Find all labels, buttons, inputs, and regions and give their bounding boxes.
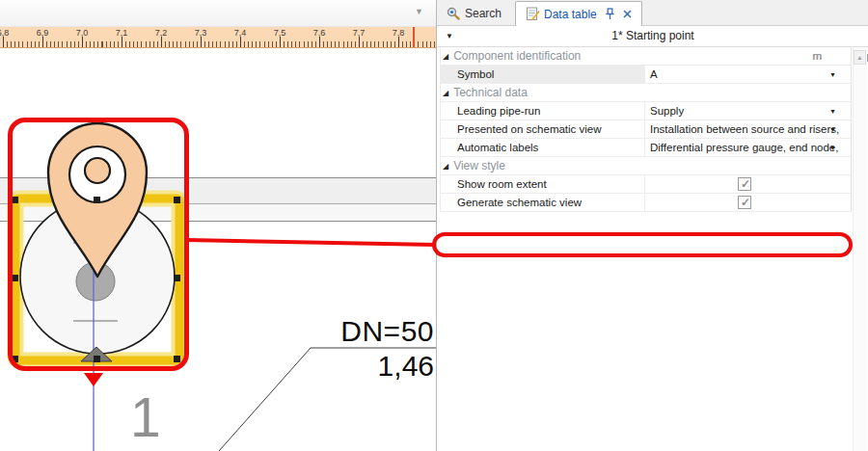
ruler-major-ticks (3, 37, 436, 47)
section-expander-icon[interactable]: ◢ (443, 162, 448, 171)
chevron-down-icon[interactable]: ▼ (415, 7, 423, 16)
checkmark-icon: ✓ (741, 175, 750, 193)
ruler-label: 7,0 (76, 28, 89, 38)
ruler-label: 7,8 (393, 28, 405, 38)
property-row-leading-pipe-run[interactable]: Leading pipe-runSupply▼ (441, 102, 851, 120)
checkmark-icon: ✓ (741, 194, 750, 211)
section-label: Component identification (453, 49, 581, 63)
section-header-technical-data[interactable]: ◢Technical data (441, 84, 851, 102)
selected-component-title: 1* Starting point (611, 29, 693, 42)
pipe-length-label: 1,46 (309, 350, 434, 383)
ruler-label: 7,6 (313, 28, 326, 38)
ruler-label: 7,2 (155, 28, 168, 38)
annotation-box-show-room-extent (432, 232, 853, 257)
horizontal-ruler: 6,86,97,07,17,27,37,47,57,67,77,8 (0, 26, 436, 48)
property-value[interactable]: Supply (646, 102, 851, 119)
close-icon[interactable] (623, 10, 632, 18)
data-table-icon (526, 7, 539, 21)
property-row-presented-on-schematic-view[interactable]: Presented on schematic viewInstallation … (441, 120, 851, 139)
section-header-view-style[interactable]: ◢View style (441, 157, 851, 175)
property-grid: ◢Component identificationSymbolA▼◢Techni… (440, 47, 852, 212)
data-table-panel: Search Data table (436, 0, 868, 451)
ruler-label: 6,8 (0, 28, 9, 38)
pipe-diameter-label: DN=50 (309, 315, 434, 348)
property-row-show-room-extent[interactable]: Show room extent✓ (441, 175, 851, 194)
property-value[interactable]: A (646, 66, 851, 83)
property-value[interactable]: Installation between source and risers, (646, 120, 851, 138)
dropdown-arrow-icon[interactable]: ▼ (829, 66, 836, 84)
property-label: Leading pipe-run (441, 102, 645, 119)
header-dropdown-icon[interactable]: ▼ (446, 26, 453, 46)
property-label: Generate schematic view (441, 194, 645, 211)
scrollbar-up-button[interactable]: ▲ (854, 50, 866, 65)
unit-label: m (812, 47, 822, 65)
property-label: Presented on schematic view (441, 120, 645, 138)
tab-data-table-label: Data table (544, 8, 597, 21)
property-label: Automatic labels (441, 139, 645, 156)
tab-data-table[interactable]: Data table (515, 1, 642, 26)
checkbox-show-room-extent[interactable]: ✓ (738, 177, 751, 191)
tab-search-label: Search (465, 7, 502, 20)
tab-search[interactable]: Search (437, 2, 511, 25)
property-label: Symbol (441, 66, 645, 83)
search-icon (447, 7, 460, 20)
dropdown-arrow-icon[interactable]: ▼ (829, 139, 836, 157)
ruler-label: 6,9 (37, 28, 49, 38)
section-expander-icon[interactable]: ◢ (443, 89, 448, 97)
section-expander-icon[interactable]: ◢ (443, 52, 448, 61)
dropdown-arrow-icon[interactable]: ▼ (829, 120, 836, 139)
section-label: View style (453, 159, 505, 172)
ruler-label: 7,7 (353, 28, 366, 38)
property-label: Show room extent (441, 175, 645, 193)
dimension-leader-diagonal (219, 348, 311, 451)
property-row-symbol[interactable]: SymbolA▼ (441, 66, 851, 84)
ruler-label: 7,1 (116, 28, 128, 38)
room-number-label: 1 (130, 390, 161, 445)
property-row-automatic-labels[interactable]: Automatic labelsDifferential pressure ga… (441, 139, 851, 157)
dropdown-arrow-icon[interactable]: ▼ (829, 102, 836, 120)
application-window: ▼ 6,86,97,07,17,27,37,47,57,67,77,8 (0, 0, 868, 451)
pin-icon[interactable] (605, 8, 615, 20)
annotation-box-symbol (8, 118, 189, 371)
ruler-label: 7,5 (274, 28, 286, 38)
ruler-cursor (413, 27, 415, 48)
canvas-toolbar: ▼ (0, 0, 436, 26)
panel-tab-bar: Search Data table (437, 0, 868, 26)
section-header-component-identification[interactable]: ◢Component identification (441, 47, 851, 66)
ruler-label: 7,4 (234, 28, 247, 38)
property-value[interactable]: Differential pressure gauge, end node, (646, 139, 851, 156)
panel-scrollbar[interactable]: ▲ (853, 47, 867, 451)
checkbox-generate-schematic-view[interactable]: ✓ (738, 196, 751, 209)
flow-direction-arrow (84, 373, 103, 386)
property-row-generate-schematic-view[interactable]: Generate schematic view✓ (441, 194, 851, 212)
property-panel-header: ▼ 1* Starting point (437, 26, 868, 47)
section-label: Technical data (453, 86, 528, 99)
ruler-label: 7,3 (195, 28, 207, 38)
